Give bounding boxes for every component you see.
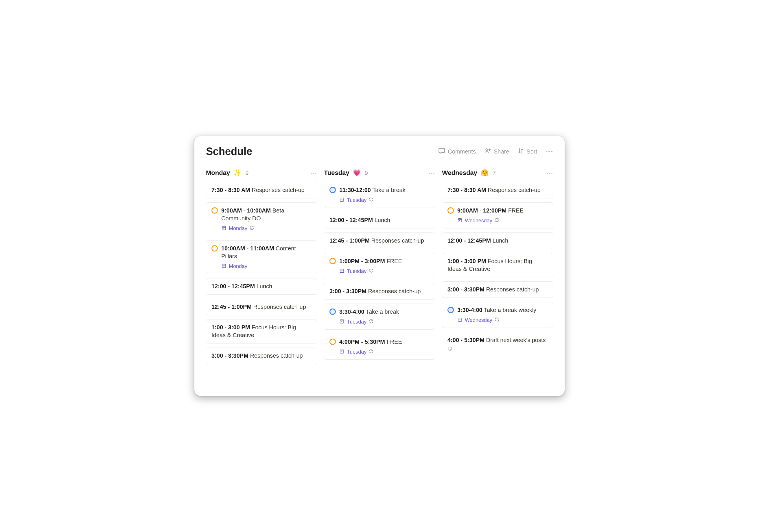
schedule-card[interactable]: 12:00 - 12:45PM Lunch [206,278,317,295]
card-text: 12:45 - 1:00PM Responses catch-up [212,303,311,311]
schedule-card[interactable]: 3:00 - 3:30PM Responses catch-up [324,283,435,299]
schedule-card[interactable]: 7:30 - 8:30 AM Responses catch-up [442,182,553,198]
card-time: 3:30-4:00 [457,307,483,313]
status-circle-icon[interactable] [330,187,336,193]
card-tagline: Monday [221,263,311,270]
status-circle-icon[interactable] [448,207,454,214]
card-title: FREE [508,207,524,214]
card-title: Responses catch-up [368,288,420,294]
card-title: Responses catch-up [486,286,539,293]
card-time: 7:30 - 8:30 AM [212,187,250,193]
card-title: Responses catch-up [252,187,304,193]
column-menu-button[interactable] [310,170,317,175]
schedule-card[interactable]: 12:00 - 12:45PM Lunch [442,233,553,249]
schedule-card[interactable]: 3:00 - 3:30PM Responses catch-up [442,281,553,298]
card-text: 3:00 - 3:30PM Responses catch-up [448,285,547,293]
card-text: 11:30-12:00 Take a break [339,186,429,194]
column-count: 7 [493,170,496,176]
schedule-card[interactable]: 12:45 - 1:00PM Responses catch-up [324,233,435,249]
more-menu-button[interactable] [545,151,553,152]
schedule-window: Schedule Comments Share Sort [194,136,565,396]
repeat-icon [495,317,499,323]
schedule-card[interactable]: 12:00 - 12:45PM Lunch [324,212,435,228]
column-title: Monday [206,169,230,177]
card-tagline: Tuesday [339,319,429,325]
svg-rect-2 [222,264,225,268]
card-time: 9:00AM - 10:00AM [221,207,271,214]
card-tag-label: Monday [229,263,247,270]
column-menu-button[interactable] [546,170,553,175]
share-icon [484,147,492,156]
calendar-icon [339,319,344,325]
column-header: Monday✨9 [206,169,317,177]
column-count: 9 [245,170,249,176]
svg-rect-5 [340,320,344,323]
column-title: Tuesday [324,169,349,177]
card-time: 3:00 - 3:30PM [448,286,485,293]
card-text: 1:00 - 3:00 PM Focus Hours: Big Ideas & … [212,323,311,339]
status-circle-icon[interactable] [330,309,336,315]
reminder-icon-row [448,346,547,353]
card-tag-label: Tuesday [347,197,367,203]
schedule-card[interactable]: 1:00 - 3:00 PM Focus Hours: Big Ideas & … [206,319,317,344]
repeat-icon [369,349,374,355]
schedule-card[interactable]: 11:30-12:00 Take a breakTuesday [324,182,435,208]
card-title: Take a break weekly [484,307,536,313]
card-time: 12:45 - 1:00PM [330,237,370,244]
status-circle-icon[interactable] [448,307,454,313]
column-menu-button[interactable] [428,170,435,175]
schedule-card[interactable]: 12:45 - 1:00PM Responses catch-up [206,299,317,315]
schedule-card[interactable]: 3:00 - 3:30PM Responses catch-up [206,348,317,364]
status-circle-icon[interactable] [330,339,336,345]
schedule-card[interactable]: 9:00AM - 10:00AM Beta Community DOMonday [206,202,317,236]
card-text: 3:30-4:00 Take a break weekly [457,306,547,314]
card-title: Lunch [257,283,272,289]
share-button[interactable]: Share [484,147,509,156]
header-actions: Comments Share Sort [438,147,553,156]
card-text: 4:00 - 5:30PM Draft next week's posts [448,336,547,344]
card-title: Lunch [375,217,390,223]
card-text: 3:00 - 3:30PM Responses catch-up [330,287,429,295]
card-time: 4:00PM - 5:30PM [339,339,385,345]
card-tag-label: Tuesday [347,319,367,325]
card-tagline: Wednesday [457,217,547,224]
schedule-card[interactable]: 9:00AM - 12:00PM FREEWednesday [442,202,553,228]
card-time: 4:00 - 5:30PM [448,337,485,343]
card-title: Draft next week's posts [486,337,545,343]
schedule-card[interactable]: 3:30-4:00 Take a break weeklyWednesday [442,302,553,328]
status-circle-icon[interactable] [212,207,218,214]
comments-button[interactable]: Comments [438,147,476,156]
svg-rect-7 [458,219,461,222]
card-title: Responses catch-up [488,187,540,193]
status-circle-icon[interactable] [212,245,218,251]
status-circle-icon[interactable] [330,258,336,264]
card-text: 12:00 - 12:45PM Lunch [212,283,311,290]
card-text: 9:00AM - 12:00PM FREE [457,207,547,214]
repeat-icon [369,197,374,203]
schedule-card[interactable]: 4:00PM - 5:30PM FREETuesday [324,334,435,360]
schedule-card[interactable]: 4:00 - 5:30PM Draft next week's posts [442,332,553,357]
card-text: 1:00PM - 3:00PM FREE [339,257,429,265]
card-time: 3:30-4:00 [339,309,364,315]
schedule-card[interactable]: 10:00AM - 11:00AM Content PillarsMonday [206,240,317,274]
column-cards: 11:30-12:00 Take a breakTuesday12:00 - 1… [324,182,435,360]
page-header: Schedule Comments Share Sort [206,145,553,158]
card-time: 12:00 - 12:45PM [330,217,373,223]
repeat-icon [369,319,374,325]
repeat-icon [495,218,499,224]
calendar-icon [339,268,344,275]
card-text: 7:30 - 8:30 AM Responses catch-up [448,186,547,194]
card-text: 10:00AM - 11:00AM Content Pillars [221,245,311,260]
svg-point-0 [486,149,488,151]
schedule-card[interactable]: 1:00PM - 3:00PM FREETuesday [324,253,435,279]
schedule-card[interactable]: 1:00 - 3:00 PM Focus Hours: Big Ideas & … [442,253,553,277]
calendar-icon [339,197,344,204]
sort-button[interactable]: Sort [517,147,537,156]
schedule-card[interactable]: 7:30 - 8:30 AM Responses catch-up [206,182,317,198]
schedule-card[interactable]: 3:30-4:00 Take a breakTuesday [324,304,435,330]
share-label: Share [494,148,509,155]
comment-icon [438,147,446,156]
calendar-icon [221,263,226,270]
card-tagline: Wednesday [457,317,547,323]
column-emoji-icon: 🤗 [481,169,489,177]
